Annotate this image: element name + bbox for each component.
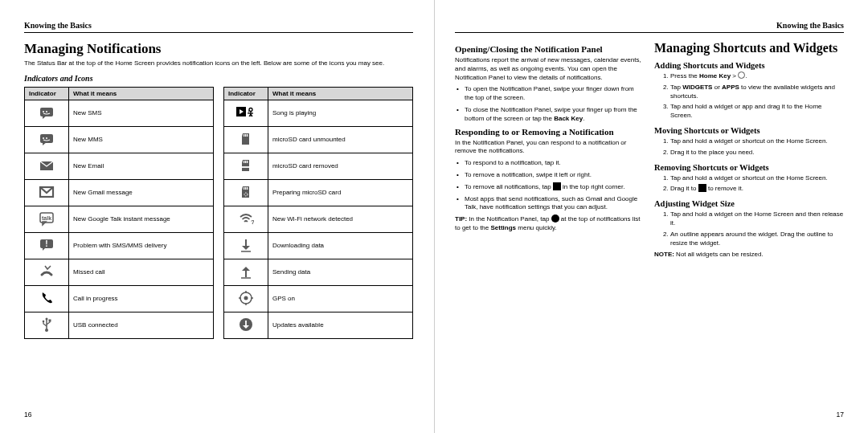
problem-sms-icon (39, 237, 55, 253)
gps-icon (238, 290, 254, 306)
list-item: Most apps that send notifications, such … (465, 195, 645, 213)
page-17: Knowing the Basics Opening/Closing the N… (434, 0, 868, 433)
step: Tap and hold a widget or shortcut on the… (670, 137, 844, 146)
th-meaning: What it means (268, 88, 413, 100)
heading-managing-notifications: Managing Notifications (24, 41, 413, 57)
cell: Downloading data (268, 233, 413, 259)
cell: USB connected (69, 312, 214, 339)
page-number-17: 17 (837, 411, 844, 419)
sd-prep-icon (238, 184, 254, 200)
talk-icon (39, 210, 55, 227)
step: Tap WIDGETS or APPS to view the availabl… (670, 84, 844, 101)
heading-open-close-panel: Opening/Closing the Notification Panel (455, 44, 645, 54)
page-number-16: 16 (24, 411, 31, 419)
cell: Preparing microSD card (268, 180, 413, 206)
indicator-table-1: Indicator What it means New SMS New MMS … (24, 87, 214, 339)
list-resp: To respond to a notification, tap it. To… (455, 159, 645, 212)
update-icon (238, 317, 254, 333)
cell: microSD card removed (268, 153, 413, 180)
list-item: To close the Notification Panel, swipe y… (465, 106, 645, 124)
cell: New SMS (69, 100, 214, 127)
apps-grid-icon (738, 71, 745, 79)
cell: Problem with SMS/MMS delivery (69, 233, 214, 259)
cell: microSD card unmounted (268, 127, 413, 153)
download-icon (238, 237, 254, 253)
cell: Call in progress (69, 286, 214, 312)
page-16: Knowing the Basics Managing Notification… (0, 0, 434, 433)
trash-target-icon (698, 184, 706, 192)
heading-widget-size: Adjusting Widget Size (654, 199, 844, 208)
upload-icon (238, 263, 254, 280)
heading-moving: Moving Shortcuts or Widgets (654, 126, 844, 135)
para-open: Notifications report the arrival of new … (455, 56, 645, 82)
step: Drag it to the place you need. (670, 149, 844, 157)
missed-call-icon (39, 263, 55, 280)
cell: Song is playing (268, 100, 413, 127)
steps-size: Tap and hold a widget on the Home Screen… (654, 210, 844, 247)
list-open: To open the Notification Panel, swipe yo… (455, 85, 645, 123)
tip-paragraph: TIP: In the Notification Panel, tap at t… (455, 215, 645, 233)
heading-removing: Removing Shortcuts or Widgets (654, 163, 844, 172)
cell: Updates available (268, 312, 413, 339)
cell: Sending data (268, 259, 413, 286)
play-icon (236, 104, 256, 121)
cell: New Google Talk instant message (69, 206, 214, 233)
th-indicator: Indicator (25, 88, 69, 100)
cell: New MMS (69, 127, 214, 153)
running-head-right: Knowing the Basics (455, 21, 844, 33)
heading-managing-shortcuts: Managing Shortcuts and Widgets (654, 41, 844, 55)
steps-adding: Press the Home Key > . Tap WIDGETS or AP… (654, 72, 844, 121)
cell: New Email (69, 153, 214, 180)
step: Tap and hold a widget or app and drag it… (670, 103, 844, 121)
call-icon (39, 290, 55, 306)
usb-icon (39, 317, 55, 333)
sd-unmount-icon (238, 131, 254, 147)
intro-text: The Status Bar at the top of the Home Sc… (24, 59, 413, 67)
cell: GPS on (268, 286, 413, 312)
step: An outline appears around the widget. Dr… (670, 231, 844, 248)
list-item: To respond to a notification, tap it. (465, 159, 645, 168)
step: Drag it to to remove it. (670, 185, 844, 194)
mms-icon (39, 131, 55, 147)
email-icon (39, 157, 55, 174)
steps-removing: Tap and hold a widget or shortcut on the… (654, 174, 844, 194)
gmail-icon (39, 184, 55, 200)
running-head-left: Knowing the Basics (24, 21, 413, 33)
wifi-icon (238, 210, 254, 227)
cell: Missed call (69, 259, 214, 286)
para-resp: In the Notification Panel, you can respo… (455, 139, 645, 157)
indicator-table-2: Indicator What it means Song is playing … (223, 87, 413, 339)
step: Tap and hold a widget or shortcut on the… (670, 174, 844, 183)
heading-adding: Adding Shortcuts and Widgets (654, 61, 844, 70)
cell: New Gmail message (69, 180, 214, 206)
sd-removed-icon (238, 157, 254, 174)
list-item: To remove a notification, swipe it left … (465, 171, 645, 180)
sms-icon (39, 104, 55, 121)
note-paragraph: NOTE: Not all widgets can be resized. (654, 251, 844, 259)
th-indicator: Indicator (224, 88, 268, 100)
th-meaning: What it means (69, 88, 214, 100)
heading-responding: Responding to or Removing a Notification (455, 127, 645, 137)
clear-all-icon (553, 182, 561, 190)
step: Press the Home Key > . (670, 72, 844, 81)
cell: New Wi-Fi network detected (268, 206, 413, 233)
steps-moving: Tap and hold a widget or shortcut on the… (654, 137, 844, 157)
list-item: To open the Notification Panel, swipe yo… (465, 85, 645, 103)
list-item: To remove all notifications, tap in the … (465, 183, 645, 192)
heading-indicators-icons: Indicators and Icons (24, 74, 413, 83)
step: Tap and hold a widget on the Home Screen… (670, 210, 844, 228)
settings-shortcut-icon (551, 214, 559, 223)
